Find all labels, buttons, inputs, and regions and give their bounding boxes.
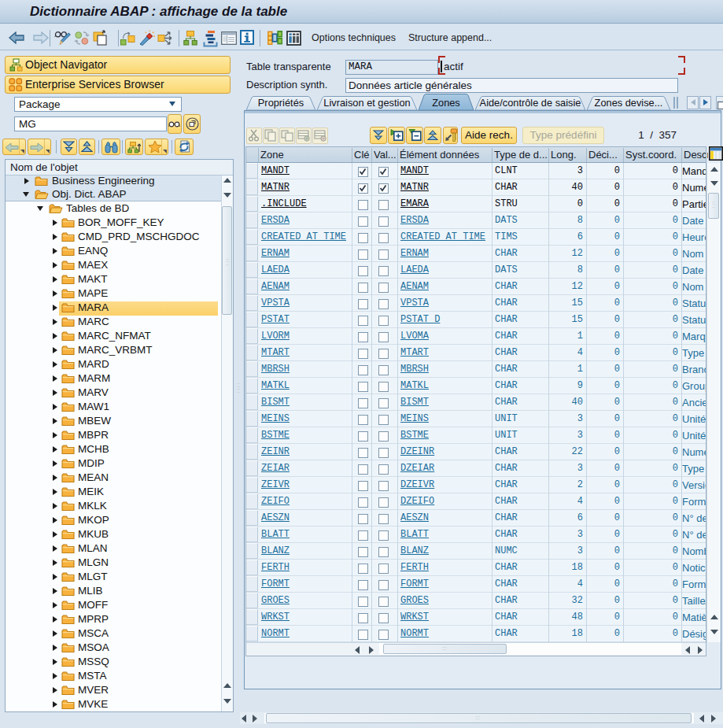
svg-text:Zones: Zones bbox=[432, 97, 460, 109]
svg-text:Livraison et gestion: Livraison et gestion bbox=[323, 97, 410, 109]
svg-text:Aide/contrôle de saisie: Aide/contrôle de saisie bbox=[480, 97, 581, 109]
svg-text:Propriétés: Propriétés bbox=[258, 97, 304, 109]
svg-text:Zones devise...: Zones devise... bbox=[595, 97, 663, 109]
